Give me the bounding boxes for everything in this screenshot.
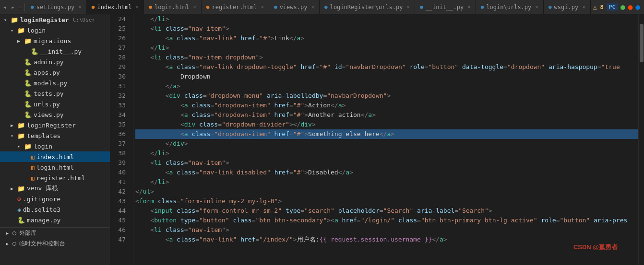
sidebar-item-models-py[interactable]: 🐍 models.py [0, 78, 110, 88]
code-line-40: <a class="nav-link disabled" href="#">Di… [135, 168, 638, 177]
code-line-45: <button type="button" class="btn btn-sec… [135, 216, 638, 225]
expand-arrow: ▶ [4, 230, 11, 236]
tab-close[interactable]: ✕ [193, 4, 196, 10]
tab-scroll-right[interactable]: ▸ [9, 4, 16, 11]
chrome-icon[interactable]: ● [620, 2, 625, 12]
sidebar-item-login-html[interactable]: ◧ login.html [0, 162, 110, 173]
code-line-39: <li class="nav-item"> [135, 158, 638, 168]
edge-icon[interactable]: ● [635, 2, 640, 12]
sidebar-item-admin-py[interactable]: 🐍 admin.py [0, 57, 110, 67]
sidebar-item-tests-py[interactable]: 🐍 tests.py [0, 88, 110, 99]
vertical-scrollbar[interactable] [638, 14, 644, 265]
tab-scroll-left[interactable]: ◂ [0, 4, 9, 11]
sidebar-item-venv[interactable]: ▶ 📁 venv 库根 [0, 183, 110, 194]
sidebar-label: login [34, 143, 52, 150]
tab-register-html[interactable]: ● register.html ✕ [202, 0, 269, 14]
html-file-icon: ◧ [31, 174, 35, 182]
editor-wrapper: 24 25 26 27 28 29 30 31 32 33 34 35 36 3… [110, 14, 644, 265]
sidebar-item-index-html[interactable]: ◧ index.html [0, 151, 110, 162]
sidebar-item-loginregister-folder[interactable]: ▶ 📁 loginRegister [0, 120, 110, 130]
line-num: 46 [110, 225, 126, 235]
tab-close[interactable]: ✕ [406, 4, 410, 10]
tab-close[interactable]: ✕ [535, 4, 538, 10]
code-container: 24 25 26 27 28 29 30 31 32 33 34 35 36 3… [110, 14, 644, 265]
sidebar-item-gitignore[interactable]: ⊙ .gitignore [0, 194, 110, 204]
tab-close[interactable]: ✕ [467, 4, 471, 10]
expand-arrow: ▾ [2, 17, 9, 23]
python-file-icon: 🐍 [24, 69, 32, 76]
sidebar-item-init-py[interactable]: 🐍 __init__.py [0, 46, 110, 57]
sidebar-item-register-html[interactable]: ◧ register.html [0, 173, 110, 183]
tab-wsgi-py[interactable]: ● wsgi.py ✕ [544, 0, 591, 14]
tab-close[interactable]: ✕ [261, 4, 264, 10]
python-file-icon: 🐍 [17, 217, 25, 224]
html-file-icon: ◧ [31, 164, 35, 171]
sidebar-label: apps.py [34, 69, 60, 76]
scroll-gutter [130, 14, 133, 265]
sidebar-label: index.html [36, 153, 74, 161]
sidebar-label: admin.py [34, 58, 64, 66]
sidebar-label: tests.py [34, 90, 64, 97]
code-line-32: <div class="dropdown-menu" aria-labelled… [135, 91, 638, 101]
tab-close[interactable]: ✕ [136, 4, 139, 10]
code-line-31: </a> [135, 81, 638, 91]
folder-icon: 📁 [24, 37, 32, 45]
code-line-41: </li> [135, 177, 638, 187]
html-file-icon: ◧ [31, 153, 35, 161]
sidebar-item-templates-folder[interactable]: ▾ 📁 templates [0, 130, 110, 141]
tab-settings-py[interactable]: ● settings.py ✕ [26, 0, 87, 14]
sidebar-item-urls-py[interactable]: 🐍 urls.py [0, 99, 110, 109]
expand-arrow: ▶ [9, 123, 15, 128]
sidebar-item-login-folder[interactable]: ▾ 📁 login [0, 25, 110, 35]
tab-close[interactable]: ✕ [582, 4, 585, 10]
python-file-icon: 🐍 [24, 80, 32, 87]
sidebar-item-login-tpl-folder[interactable]: ▾ 📁 login [0, 141, 110, 151]
line-num: 29 [110, 62, 126, 72]
sidebar-item-db-sqlite3[interactable]: ◈ db.sqlite3 [0, 204, 110, 215]
firefox-icon[interactable]: ● [628, 2, 633, 12]
main-area: ▾ 📁 loginRegister C:\User ▾ 📁 login ▶ 📁 … [0, 14, 644, 265]
expand-arrow: ▶ [4, 241, 11, 246]
html-icon: ● [92, 4, 95, 10]
code-line-24: </li> [135, 14, 638, 24]
sidebar-label: register.html [36, 174, 85, 182]
code-line-36: <a class="dropdown-item" href="#">Someth… [135, 129, 638, 139]
tab-views-py[interactable]: ● views.py ✕ [269, 0, 320, 14]
line-num: 28 [110, 53, 126, 62]
sidebar-item-migrations[interactable]: ▶ 📁 migrations [0, 35, 110, 46]
sidebar-root-path: C:\User [73, 17, 95, 23]
code-line-38: </li> [135, 149, 638, 158]
code-line-35: <div class="dropdown-divider"></div> [135, 120, 638, 129]
sidebar-label: loginRegister [27, 122, 76, 129]
tab-loginregister-urls[interactable]: ● loginRegister\urls.py ✕ [320, 0, 415, 14]
tab-menu[interactable]: ≡ [16, 4, 24, 10]
sidebar-item-apps-py[interactable]: 🐍 apps.py [0, 67, 110, 78]
tab-login-html[interactable]: ● login.html ✕ [144, 0, 202, 14]
scrollbar-thumb[interactable] [640, 24, 644, 62]
folder-icon: 📁 [17, 122, 25, 129]
sidebar-item-views-py[interactable]: 🐍 views.py [0, 109, 110, 120]
sidebar-section-external-libs[interactable]: ▶ ◯ 外部库 [0, 228, 110, 238]
code-line-44: <input class="form-control mr-sm-2" type… [135, 206, 638, 216]
sidebar-root-label: loginRegister [20, 16, 69, 23]
sidebar-root[interactable]: ▾ 📁 loginRegister C:\User [0, 14, 110, 25]
line-num: 38 [110, 149, 126, 158]
tab-init-py[interactable]: ● __init__.py ✕ [415, 0, 476, 14]
tab-close[interactable]: ✕ [78, 4, 82, 10]
tab-index-html[interactable]: ● index.html ✕ [87, 0, 144, 14]
python-file-icon: 🐍 [24, 58, 32, 66]
code-line-42: </ul> [135, 187, 638, 196]
code-editor[interactable]: </li> <li class="nav-item"> <a class="na… [133, 14, 638, 265]
sidebar: ▾ 📁 loginRegister C:\User ▾ 📁 login ▶ 📁 … [0, 14, 110, 265]
pc-icon[interactable]: PC [607, 3, 618, 11]
sidebar-label: login.html [36, 164, 74, 171]
sidebar-item-manage-py[interactable]: 🐍 manage.py [0, 215, 110, 225]
tab-login-urls[interactable]: ● login\urls.py ✕ [476, 0, 544, 14]
tab-close[interactable]: ✕ [311, 4, 314, 10]
sidebar-section-temp-files[interactable]: ▶ ◯ 临时文件和控制台 [0, 238, 110, 249]
sidebar-section-label: ◯ 外部库 [12, 229, 36, 237]
code-line-25: <li class="nav-item"> [135, 24, 638, 34]
sidebar-label: templates [27, 132, 60, 139]
db-file-icon: ◈ [17, 206, 21, 213]
expand-arrow: ▾ [15, 144, 22, 149]
